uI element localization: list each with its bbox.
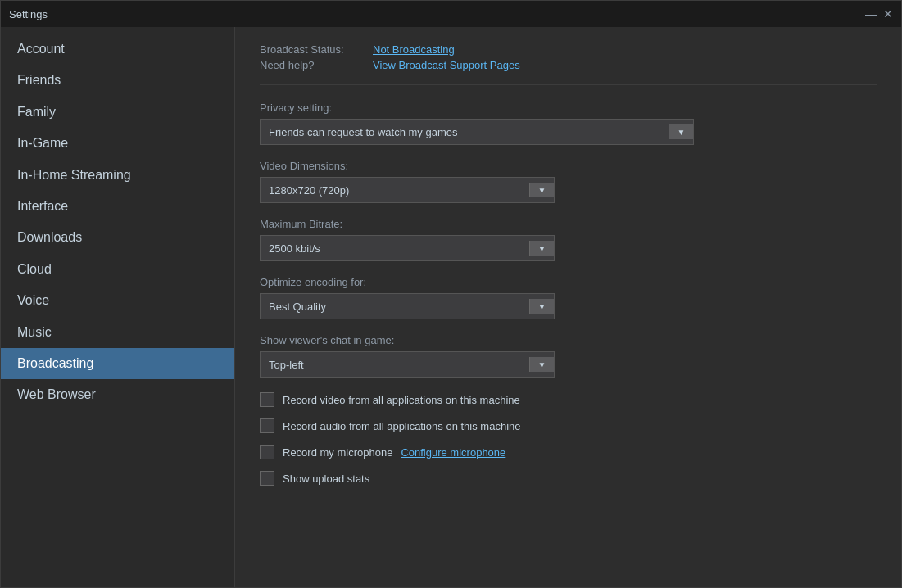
sidebar-item-web-browser[interactable]: Web Browser: [1, 379, 234, 410]
sidebar-item-friends[interactable]: Friends: [1, 65, 234, 96]
window-title: Settings: [9, 8, 48, 20]
sidebar-item-in-game[interactable]: In-Game: [1, 128, 234, 159]
title-bar: Settings — ✕: [1, 1, 901, 27]
show-viewers-chat-label: Show viewer's chat in game:: [260, 334, 877, 346]
record-video-row: Record video from all applications on th…: [260, 392, 877, 407]
show-upload-stats-row: Show upload stats: [260, 471, 877, 486]
privacy-setting-value: Friends can request to watch my games: [269, 126, 669, 138]
privacy-dropdown-arrow: ▼: [669, 124, 693, 139]
maximum-bitrate-section: Maximum Bitrate: 2500 kbit/s ▼: [260, 218, 877, 261]
sidebar-item-interface[interactable]: Interface: [1, 191, 234, 222]
record-microphone-checkbox[interactable]: [260, 445, 274, 459]
sidebar-item-music[interactable]: Music: [1, 317, 234, 348]
minimize-button[interactable]: —: [865, 8, 877, 20]
close-button[interactable]: ✕: [883, 8, 893, 20]
optimize-encoding-dropdown[interactable]: Best Quality ▼: [260, 293, 555, 319]
view-support-link[interactable]: View Broadcast Support Pages: [373, 59, 520, 71]
show-viewers-chat-value: Top-left: [269, 359, 529, 371]
show-viewers-chat-dropdown[interactable]: Top-left ▼: [260, 351, 555, 378]
broadcast-status-row: Broadcast Status: Not Broadcasting: [260, 43, 877, 56]
sidebar: AccountFriendsFamilyIn-GameIn-Home Strea…: [1, 27, 234, 587]
record-microphone-label: Record my microphone: [283, 446, 392, 459]
show-viewers-chat-arrow: ▼: [529, 357, 554, 372]
video-dimensions-dropdown[interactable]: 1280x720 (720p) ▼: [260, 177, 555, 203]
record-microphone-row: Record my microphone Configure microphon…: [260, 445, 877, 459]
window-controls: — ✕: [865, 8, 893, 20]
configure-microphone-link[interactable]: Configure microphone: [401, 446, 505, 459]
record-audio-label: Record audio from all applications on th…: [283, 420, 521, 432]
show-viewers-chat-section: Show viewer's chat in game: Top-left ▼: [260, 334, 877, 378]
broadcast-status-value[interactable]: Not Broadcasting: [373, 43, 455, 56]
broadcast-status-label: Broadcast Status:: [260, 43, 366, 56]
show-upload-stats-label: Show upload stats: [283, 473, 369, 485]
sidebar-item-in-home-streaming[interactable]: In-Home Streaming: [1, 160, 234, 191]
optimize-encoding-label: Optimize encoding for:: [260, 276, 877, 288]
broadcast-status-section: Broadcast Status: Not Broadcasting Need …: [260, 43, 877, 85]
content-area: AccountFriendsFamilyIn-GameIn-Home Strea…: [1, 27, 901, 587]
video-dimensions-arrow: ▼: [529, 183, 554, 197]
show-upload-stats-checkbox[interactable]: [260, 471, 274, 486]
sidebar-item-family[interactable]: Family: [1, 97, 234, 128]
privacy-setting-dropdown[interactable]: Friends can request to watch my games ▼: [260, 119, 694, 145]
need-help-row: Need help? View Broadcast Support Pages: [260, 59, 877, 71]
optimize-encoding-value: Best Quality: [269, 301, 529, 313]
maximum-bitrate-dropdown[interactable]: 2500 kbit/s ▼: [260, 235, 555, 261]
checkboxes-section: Record video from all applications on th…: [260, 392, 877, 486]
optimize-encoding-section: Optimize encoding for: Best Quality ▼: [260, 276, 877, 319]
record-audio-checkbox[interactable]: [260, 418, 274, 433]
sidebar-item-cloud[interactable]: Cloud: [1, 254, 234, 285]
privacy-setting-label: Privacy setting:: [260, 102, 877, 114]
record-audio-row: Record audio from all applications on th…: [260, 418, 877, 433]
maximum-bitrate-arrow: ▼: [529, 241, 554, 256]
video-dimensions-section: Video Dimensions: 1280x720 (720p) ▼: [260, 160, 877, 203]
privacy-setting-section: Privacy setting: Friends can request to …: [260, 102, 877, 145]
video-dimensions-value: 1280x720 (720p): [269, 184, 529, 197]
main-content: Broadcast Status: Not Broadcasting Need …: [234, 27, 901, 587]
sidebar-item-voice[interactable]: Voice: [1, 285, 234, 316]
maximum-bitrate-label: Maximum Bitrate:: [260, 218, 877, 230]
optimize-encoding-arrow: ▼: [529, 299, 554, 314]
settings-window: Settings — ✕ AccountFriendsFamilyIn-Game…: [0, 0, 902, 588]
maximum-bitrate-value: 2500 kbit/s: [269, 242, 529, 255]
need-help-label: Need help?: [260, 59, 366, 71]
sidebar-item-account[interactable]: Account: [1, 34, 234, 65]
sidebar-item-downloads[interactable]: Downloads: [1, 222, 234, 253]
record-video-checkbox[interactable]: [260, 392, 274, 407]
record-video-label: Record video from all applications on th…: [283, 394, 520, 406]
video-dimensions-label: Video Dimensions:: [260, 160, 877, 172]
sidebar-item-broadcasting[interactable]: Broadcasting: [1, 348, 234, 379]
